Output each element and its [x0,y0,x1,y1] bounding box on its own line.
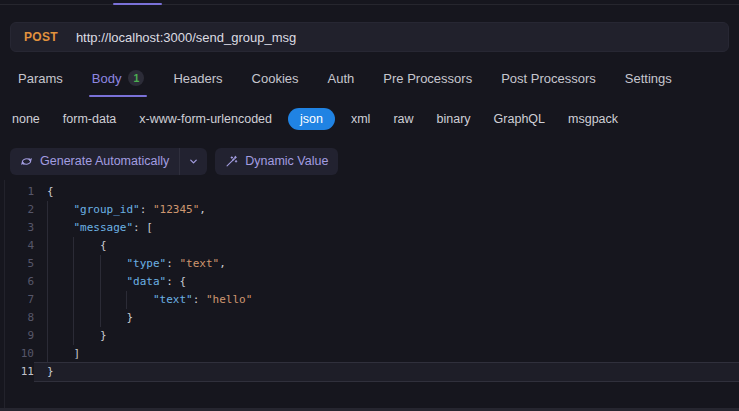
body-type-xml[interactable]: xml [351,112,370,126]
editor-line[interactable]: 11} [0,363,739,381]
tab-cookies[interactable]: Cookies [252,58,299,98]
json-punctuation: : [140,203,153,216]
url-input[interactable]: http://localhost:3000/send_group_msg [76,30,296,45]
json-string: "12345" [153,203,199,216]
json-key: "message" [73,221,133,234]
json-punctuation: } [100,329,107,342]
json-punctuation: , [219,257,226,270]
json-punctuation: { [47,185,54,198]
indent-guide [47,237,73,255]
editor-line[interactable]: 2"group_id": "12345", [0,201,739,219]
line-number: 2 [0,201,34,219]
indent-guide [47,327,73,345]
line-number: 8 [0,309,34,327]
indent-guide [73,291,99,309]
tab-params[interactable]: Params [18,58,63,98]
tab-label: Pre Processors [383,71,472,86]
json-punctuation: , [199,203,206,216]
body-type-json[interactable]: json [288,108,335,130]
tab-settings[interactable]: Settings [625,58,672,98]
editor-line[interactable]: 9} [0,327,739,345]
line-content: "data": { [34,273,739,291]
body-type-graphql[interactable]: GraphQL [494,112,545,126]
editor-line[interactable]: 4{ [0,237,739,255]
url-bar[interactable]: POST http://localhost:3000/send_group_ms… [10,22,729,52]
tab-label: Post Processors [501,71,596,86]
line-content: "message": [ [34,219,739,237]
indent-guide [47,345,73,363]
generate-options-button[interactable] [180,148,207,175]
indent-guide [73,309,99,327]
line-content: } [34,309,739,327]
editor-line[interactable]: 5"type": "text", [0,255,739,273]
line-content: } [34,363,739,381]
indent-guide [100,291,126,309]
line-content: } [34,327,739,345]
generate-automatically-label: Generate Automatically [40,154,169,168]
body-type-x-www-form-urlencoded[interactable]: x-www-form-urlencoded [139,112,272,126]
indent-guide [47,273,73,291]
tab-label: Cookies [252,71,299,86]
indent-guide [47,219,73,237]
indent-guide [73,237,99,255]
dynamic-value-button[interactable]: Dynamic Value [215,148,338,175]
json-body-editor[interactable]: 1{2"group_id": "12345",3"message": [4{5"… [0,180,739,393]
tab-post-processors[interactable]: Post Processors [501,58,596,98]
body-toolbar: Generate Automatically Dynamic Va [0,140,739,180]
line-number: 4 [0,237,34,255]
json-punctuation: : [166,257,179,270]
tab-label: Params [18,71,63,86]
json-key: "type" [126,257,166,270]
sync-icon [20,155,33,168]
tab-pre-processors[interactable]: Pre Processors [383,58,472,98]
indent-guide [47,309,73,327]
indent-guide [100,255,126,273]
body-type-row: noneform-datax-www-form-urlencodedjsonxm… [0,98,739,140]
top-tab-strip [0,0,739,18]
line-number: 7 [0,291,34,309]
editor-line[interactable]: 6"data": { [0,273,739,291]
tab-body[interactable]: Body1 [92,58,145,98]
tab-count-badge: 1 [128,70,144,86]
line-number: 10 [0,345,34,363]
line-content: { [34,183,739,201]
method-selector[interactable]: POST [24,30,58,44]
body-type-binary[interactable]: binary [437,112,471,126]
editor-line[interactable]: 8} [0,309,739,327]
indent-guide [73,273,99,291]
editor-line[interactable]: 3"message": [ [0,219,739,237]
tab-label: Settings [625,71,672,86]
indent-guide [47,201,73,219]
line-number: 9 [0,327,34,345]
body-type-raw[interactable]: raw [393,112,413,126]
editor-line[interactable]: 1{ [0,183,739,201]
line-number: 5 [0,255,34,273]
json-key: "data" [126,275,166,288]
json-punctuation: } [126,311,133,324]
json-string: "text" [179,257,219,270]
json-punctuation: ] [73,347,80,360]
line-number: 11 [0,363,34,381]
json-punctuation: : [ [133,221,153,234]
json-punctuation: : [193,293,206,306]
line-number: 3 [0,219,34,237]
dynamic-value-label: Dynamic Value [245,154,328,168]
tab-headers[interactable]: Headers [173,58,222,98]
line-content: "text": "hello" [34,291,739,309]
indent-guide [73,255,99,273]
request-url-row: POST http://localhost:3000/send_group_ms… [0,18,739,58]
indent-guide [126,291,152,309]
generate-automatically-split-button: Generate Automatically [10,148,207,175]
wand-icon [225,155,238,168]
indent-guide [47,291,73,309]
body-type-form-data[interactable]: form-data [63,112,117,126]
editor-line[interactable]: 10] [0,345,739,363]
body-type-msgpack[interactable]: msgpack [568,112,618,126]
json-punctuation: : { [166,275,186,288]
editor-line[interactable]: 7"text": "hello" [0,291,739,309]
body-type-none[interactable]: none [12,112,40,126]
tab-auth[interactable]: Auth [328,58,355,98]
generate-automatically-button[interactable]: Generate Automatically [10,148,179,175]
indent-guide [73,327,99,345]
line-content: ] [34,345,739,363]
